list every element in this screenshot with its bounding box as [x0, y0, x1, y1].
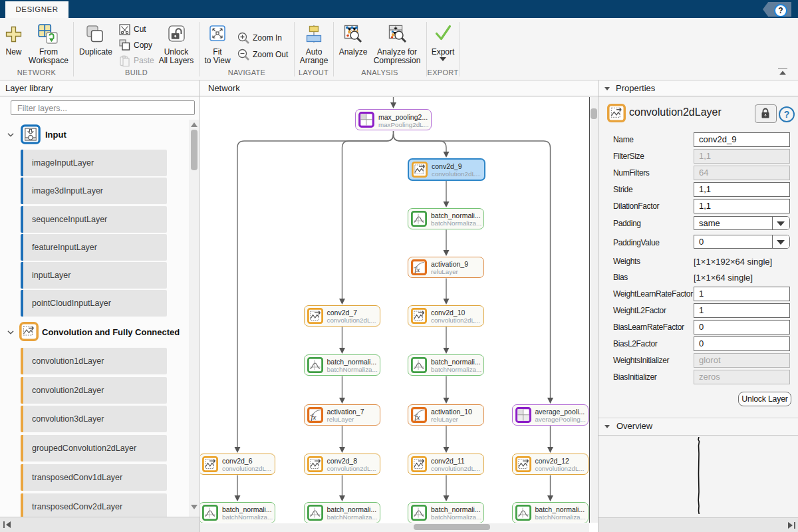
svg-text:fx: fx [415, 265, 420, 273]
svg-text:fx: fx [311, 413, 316, 421]
svg-text:fx: fx [415, 413, 420, 421]
